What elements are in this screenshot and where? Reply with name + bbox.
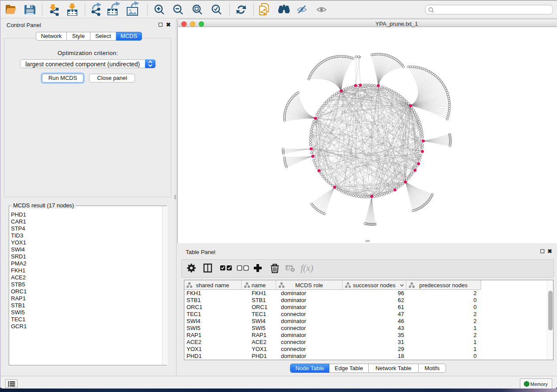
- svg-text:f(x): f(x): [301, 263, 313, 273]
